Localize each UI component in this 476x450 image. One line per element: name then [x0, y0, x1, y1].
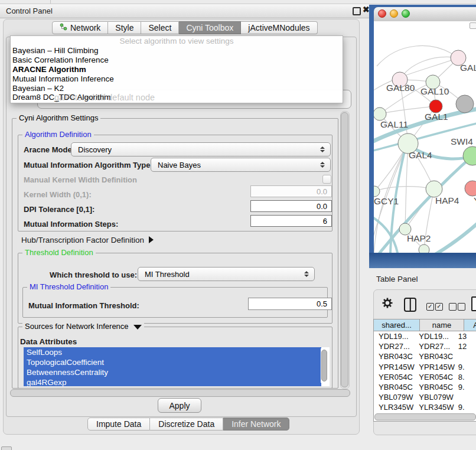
table-row[interactable]: YBR045CYBR045C9. [374, 382, 476, 392]
tab-select[interactable]: Select [141, 21, 179, 34]
node-salmon-node[interactable] [465, 181, 476, 196]
tab-label: Discretize Data [158, 419, 214, 429]
mi-threshold-definition-title: MI Threshold Definition [27, 283, 110, 291]
network-canvas[interactable]: GALGAL80GAL10GAL1GAL11SWI4GAL4GCY1HAP4YH… [374, 21, 476, 253]
settings-horizontal-scrollbar-thumb[interactable] [10, 389, 350, 397]
manual-kernel-checkbox[interactable] [322, 175, 331, 184]
algorithm-option-bayesian-k2[interactable]: Bayesian – K2 [11, 84, 343, 93]
table-rows: YDL19...YDL19...13YDR27...YDR27...12YBR0… [374, 331, 476, 422]
mac-close-button[interactable] [378, 9, 386, 18]
unchecked-checkbox-icon[interactable] [449, 303, 457, 311]
network-icon [60, 23, 67, 32]
mi-threshold-label: Mutual Information Threshold: [28, 301, 139, 310]
cell: YDR27... [374, 342, 415, 351]
kernel-width-label: Kernel Width (0,1): [24, 190, 92, 199]
which-threshold-value: MI Threshold [145, 270, 190, 279]
cell: 9. [455, 363, 476, 371]
algorithm-option-bayesian-hill-climbing[interactable]: Bayesian – Hill Climbing [11, 46, 343, 56]
network-window-titlebar[interactable] [374, 7, 476, 22]
attribute-item-topologicalcoefficient[interactable]: TopologicalCoefficient [24, 357, 321, 367]
tab-cyni-toolbox[interactable]: Cyni Toolbox [179, 21, 241, 34]
node-gcy1[interactable] [374, 186, 380, 197]
node-gal11[interactable] [374, 107, 386, 120]
gear-icon[interactable] [382, 297, 393, 311]
control-panel-title: Control Panel [6, 6, 53, 15]
algorithm-option-basic-correlation-inference[interactable]: Basic Correlation Inference [11, 56, 343, 65]
page-icon[interactable] [471, 296, 476, 311]
table-row[interactable]: YLR345WYLR345W9. [374, 402, 476, 412]
top-window-strip [0, 0, 476, 4]
checked-checkbox-icon[interactable]: ✓ [435, 303, 443, 311]
cell: YBR045C [415, 383, 455, 392]
data-attributes-label: Data Attributes [20, 337, 77, 346]
bottom-left-corner-button[interactable] [1, 446, 12, 450]
mi-type-label: Mutual Information Algorithm Type: [24, 161, 153, 169]
split-columns-icon[interactable] [404, 298, 416, 312]
network-graph: GALGAL80GAL10GAL1GAL11SWI4GAL4GCY1HAP4YH… [374, 21, 476, 253]
column-header-shared[interactable]: shared... [374, 319, 420, 331]
table-row[interactable]: YDL19...YDL19...13 [374, 331, 476, 341]
mi-type-value: Naive Bayes [158, 161, 201, 169]
table-row[interactable]: YER054CYER054C8. [374, 372, 476, 382]
unchecked-checkbox-icon[interactable] [458, 303, 465, 311]
table-row[interactable]: YBL079WYBL079W [374, 392, 476, 402]
kernel-width-field[interactable]: 0.0 [250, 185, 332, 197]
dpi-tolerance-field[interactable]: 0.0 [250, 200, 332, 212]
node-label-gal11: GAL11 [380, 119, 408, 129]
tab-infer-network[interactable]: Infer Network [223, 418, 289, 431]
which-threshold-label: Which threshold to use: [50, 270, 137, 279]
tab-network[interactable]: Network [52, 21, 108, 34]
algorithm-option-aracne-algorithm[interactable]: ARACNE Algorithm [11, 65, 343, 74]
table-horizontal-scrollbar-thumb[interactable] [374, 413, 476, 420]
table-row[interactable]: YPR145WYPR145W9. [374, 362, 476, 372]
scrollbar-thumb[interactable] [321, 350, 327, 381]
node-hap4[interactable] [426, 181, 442, 197]
aracne-mode-combobox[interactable]: Discovery [71, 142, 331, 156]
stepper-arrows-icon [320, 146, 325, 152]
node-gray-node[interactable] [456, 95, 474, 113]
float-window-icon[interactable] [353, 7, 361, 15]
tab-jactivemnodules[interactable]: jActiveMNodules [241, 21, 317, 34]
mac-minimize-button[interactable] [390, 9, 398, 18]
apply-label: Apply [169, 401, 190, 410]
expand-right-icon [149, 236, 154, 243]
node-bottom-node[interactable] [419, 244, 429, 253]
algorithm-definition-title: Algorithm Definition [22, 131, 94, 139]
checked-checkbox-icon[interactable]: ✓ [426, 303, 434, 311]
canvas-corner-widget[interactable] [470, 22, 476, 29]
kernel-width-value: 0.0 [317, 187, 327, 196]
tab-style[interactable]: Style [108, 21, 141, 34]
attribute-item-betweennesscentrality[interactable]: BetweennessCentrality [24, 367, 321, 377]
mac-zoom-button[interactable] [402, 9, 410, 18]
table-row[interactable]: YDR27...YDR27...12 [374, 341, 476, 351]
algorithm-option-mutual-information-inference[interactable]: Mutual Information Inference [11, 74, 343, 84]
mi-steps-field[interactable]: 6 [250, 215, 332, 227]
node-gal1[interactable] [429, 100, 442, 113]
which-threshold-combobox[interactable]: MI Threshold [138, 267, 315, 281]
mi-type-combobox[interactable]: Naive Bayes [151, 158, 331, 172]
mi-threshold-field[interactable]: 0.5 [248, 298, 332, 310]
close-icon[interactable]: ✖ [363, 5, 370, 14]
hub-definition-toggle[interactable]: Hub/Transcription Factor Definition [21, 236, 154, 244]
column-header-a[interactable]: A [464, 319, 476, 331]
background-combo-ghost-text: galFiltered.sif default node [54, 93, 155, 102]
attributes-list-scrollbar[interactable] [321, 348, 327, 383]
tab-discretize-data[interactable]: Discretize Data [150, 418, 223, 431]
attribute-item-gal4rgexp[interactable]: gal4RGexp [24, 377, 321, 386]
node-label-gal1: GAL1 [425, 112, 448, 122]
node-label-gal4: GAL4 [409, 150, 432, 160]
tab-label: Infer Network [232, 419, 281, 429]
cell: 13 [455, 332, 476, 341]
settings-vertical-scrollbar-thumb[interactable] [341, 112, 348, 387]
node-label-hap2: HAP2 [407, 233, 431, 243]
cell: YLR345W [374, 403, 415, 412]
column-header-name[interactable]: name [420, 319, 464, 331]
attribute-item-selfloops[interactable]: SelfLoops [24, 347, 321, 357]
tab-label: Impute Data [96, 419, 141, 429]
tab-label: Cyni Toolbox [186, 23, 233, 32]
tab-impute-data[interactable]: Impute Data [87, 418, 150, 431]
sources-title[interactable]: Sources for Network Inference [22, 322, 144, 331]
cell: YDL19... [415, 332, 455, 341]
apply-button[interactable]: Apply [158, 398, 201, 413]
table-row[interactable]: YBR043CYBR043C [374, 351, 476, 361]
